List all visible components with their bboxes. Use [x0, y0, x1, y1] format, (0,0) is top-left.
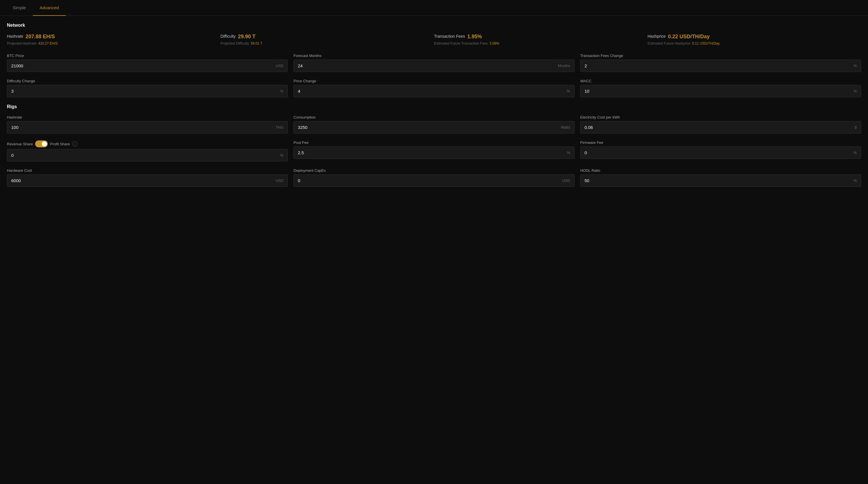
difficulty-change-group: Difficulty Change % [7, 79, 288, 97]
forecast-row-2: Difficulty Change % Price Change % WACC … [7, 79, 861, 97]
hodl-ratio-label: HODL Ratio [580, 168, 861, 173]
consumption-unit: Watts [557, 125, 574, 129]
main-content: Network Hashrate 207.88 EH/S Projected H… [0, 16, 868, 201]
forecast-row-1: BTC Price USD Forecast Months Months Tra… [7, 54, 861, 72]
hodl-ratio-group: HODL Ratio % [580, 168, 861, 187]
forecast-months-label: Forecast Months [293, 54, 574, 58]
wacc-input[interactable] [581, 85, 849, 97]
profit-share-label: Profit Share [50, 142, 70, 146]
consumption-group: Consumption Watts [293, 115, 574, 133]
hardware-cost-group: Hardware Cost USD [7, 168, 288, 187]
price-change-label: Price Change [293, 79, 574, 83]
price-change-input[interactable] [294, 85, 563, 97]
pool-fee-input[interactable] [294, 147, 563, 158]
tx-fees-change-group: Transaction Fees Change % [580, 54, 861, 72]
revenue-share-pct-unit: % [276, 153, 288, 157]
btc-price-label: BTC Price [7, 54, 288, 58]
wacc-unit: % [849, 89, 861, 93]
difficulty-change-input[interactable] [7, 85, 276, 97]
deployment-capex-group: Deployment CapEx USD [293, 168, 574, 187]
hardware-cost-unit: USD [272, 178, 287, 183]
rigs-title: Rigs [7, 104, 861, 109]
tab-advanced[interactable]: Advanced [33, 0, 66, 16]
hashprice-label: Hashprice [648, 34, 666, 38]
wacc-label: WACC [580, 79, 861, 83]
difficulty-value: 29.90 T [238, 34, 255, 40]
hodl-ratio-input[interactable] [581, 175, 849, 186]
hodl-ratio-input-wrapper: % [580, 174, 861, 187]
stat-difficulty: Difficulty 29.90 T Projected Difficulty … [220, 34, 434, 46]
tx-fees-label: Transaction Fees [434, 34, 465, 38]
hashrate-value: 207.88 EH/S [26, 34, 55, 40]
wacc-input-wrapper: % [580, 85, 861, 97]
difficulty-label: Difficulty [220, 34, 236, 38]
electricity-cost-input-wrapper: $ [580, 121, 861, 133]
electricity-cost-unit: $ [851, 125, 861, 129]
tx-fees-value: 1.95% [467, 34, 482, 40]
electricity-cost-label: Electricity Cost per kWh [580, 115, 861, 119]
rig-hashrate-unit: TH/s [272, 125, 287, 129]
hardware-cost-label: Hardware Cost [7, 168, 288, 173]
wacc-group: WACC % [580, 79, 861, 97]
projected-hashrate-label: Projected Hashrate [7, 41, 36, 46]
rig-hashrate-group: Hashrate TH/s [7, 115, 288, 133]
hardware-cost-input[interactable] [7, 175, 272, 186]
future-tx-fees-value: 3.08% [489, 41, 499, 46]
deployment-capex-unit: USD [558, 178, 574, 183]
profit-share-info-icon[interactable]: i [72, 141, 78, 147]
forecast-months-unit: Months [554, 64, 574, 68]
revenue-share-group: Revenue Share Profit Share i % [7, 141, 288, 161]
electricity-cost-group: Electricity Cost per kWh $ [580, 115, 861, 133]
hardware-cost-input-wrapper: USD [7, 174, 288, 187]
revenue-share-pct-input[interactable] [7, 149, 276, 161]
rig-hashrate-input[interactable] [7, 121, 272, 133]
btc-price-group: BTC Price USD [7, 54, 288, 72]
tx-fees-change-unit: % [849, 64, 861, 68]
pool-fee-label: Pool Fee [293, 141, 574, 145]
deployment-capex-input[interactable] [294, 175, 558, 186]
price-change-input-wrapper: % [293, 85, 574, 97]
consumption-label: Consumption [293, 115, 574, 119]
pool-fee-group: Pool Fee % [293, 141, 574, 161]
consumption-input[interactable] [294, 121, 557, 133]
network-title: Network [7, 23, 861, 28]
rig-hashrate-label: Hashrate [7, 115, 288, 119]
price-change-group: Price Change % [293, 79, 574, 97]
price-change-unit: % [563, 89, 574, 93]
revenue-share-label: Revenue Share [7, 142, 33, 146]
pool-fee-input-wrapper: % [293, 147, 574, 159]
firmware-fee-input-wrapper: % [580, 147, 861, 159]
future-hashprice-value: 0.11 USD/TH/Day [692, 41, 719, 46]
future-hashprice-label: Estimated Future Hashprice [648, 41, 690, 46]
rigs-row-3: Hardware Cost USD Deployment CapEx USD H… [7, 168, 861, 187]
stat-transaction-fees: Transaction Fees 1.95% Estimated Future … [434, 34, 648, 46]
tabs-container: Simple Advanced [0, 0, 868, 16]
electricity-cost-input[interactable] [581, 121, 851, 133]
revenue-share-toggle[interactable] [35, 141, 48, 147]
revenue-share-pct-wrapper: % [7, 149, 288, 161]
stat-hashrate: Hashrate 207.88 EH/S Projected Hashrate … [7, 34, 220, 46]
rigs-row-1: Hashrate TH/s Consumption Watts Electric… [7, 115, 861, 133]
difficulty-change-input-wrapper: % [7, 85, 288, 97]
forecast-months-input[interactable] [294, 60, 554, 72]
btc-price-unit: USD [272, 64, 287, 68]
firmware-fee-label: Firmware Fee [580, 141, 861, 145]
projected-hashrate-value: 410.27 EH/S [38, 41, 58, 46]
forecast-months-group: Forecast Months Months [293, 54, 574, 72]
hodl-ratio-unit: % [849, 178, 861, 183]
tx-fees-change-input[interactable] [581, 60, 849, 72]
projected-difficulty-label: Projected Difficulty [220, 41, 249, 46]
difficulty-change-label: Difficulty Change [7, 79, 288, 83]
tab-simple[interactable]: Simple [6, 0, 33, 16]
btc-price-input-wrapper: USD [7, 60, 288, 72]
hashprice-value: 0.22 USD/TH/Day [668, 34, 710, 40]
hashrate-label: Hashrate [7, 34, 23, 38]
tx-fees-change-input-wrapper: % [580, 60, 861, 72]
network-stats: Hashrate 207.88 EH/S Projected Hashrate … [7, 34, 861, 46]
difficulty-change-unit: % [276, 89, 288, 93]
btc-price-input[interactable] [7, 60, 272, 72]
tx-fees-change-label: Transaction Fees Change [580, 54, 861, 58]
firmware-fee-input[interactable] [581, 147, 849, 158]
rigs-row-2: Revenue Share Profit Share i % Pool Fee … [7, 141, 861, 161]
pool-fee-unit: % [563, 151, 574, 155]
